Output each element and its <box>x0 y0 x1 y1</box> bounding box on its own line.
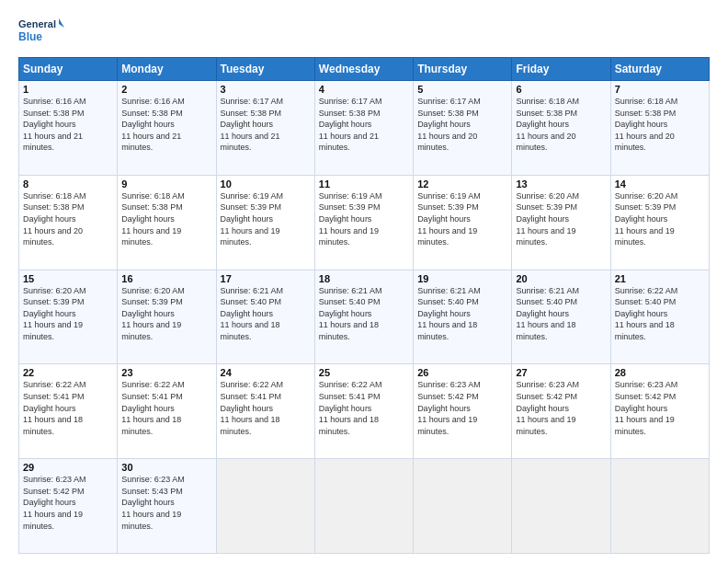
week-row-1: 1 Sunrise: 6:16 AMSunset: 5:38 PMDayligh… <box>19 81 710 176</box>
day-cell: 14 Sunrise: 6:20 AMSunset: 5:39 PMDaylig… <box>610 175 709 270</box>
day-number: 24 <box>221 367 311 378</box>
day-cell: 1 Sunrise: 6:16 AMSunset: 5:38 PMDayligh… <box>19 81 118 176</box>
day-info: Sunrise: 6:18 AMSunset: 5:38 PMDaylight … <box>121 191 185 247</box>
day-info: Sunrise: 6:23 AMSunset: 5:43 PMDaylight … <box>121 475 185 530</box>
day-info: Sunrise: 6:20 AMSunset: 5:39 PMDaylight … <box>516 191 579 247</box>
day-info: Sunrise: 6:20 AMSunset: 5:39 PMDaylight … <box>23 286 86 341</box>
header: General Blue <box>18 15 710 48</box>
day-info: Sunrise: 6:18 AMSunset: 5:38 PMDaylight … <box>516 97 579 152</box>
calendar-table: SundayMondayTuesdayWednesdayThursdayFrid… <box>18 57 710 554</box>
day-cell: 3 Sunrise: 6:17 AMSunset: 5:38 PMDayligh… <box>216 81 314 176</box>
day-info: Sunrise: 6:22 AMSunset: 5:41 PMDaylight … <box>23 380 86 435</box>
logo: General Blue <box>18 15 64 48</box>
day-cell <box>512 459 610 554</box>
week-row-4: 22 Sunrise: 6:22 AMSunset: 5:41 PMDaylig… <box>19 364 710 459</box>
day-number: 1 <box>23 84 113 95</box>
day-number: 26 <box>417 367 507 378</box>
day-info: Sunrise: 6:23 AMSunset: 5:42 PMDaylight … <box>23 475 86 530</box>
day-cell: 2 Sunrise: 6:16 AMSunset: 5:38 PMDayligh… <box>118 81 216 176</box>
day-number: 19 <box>417 273 507 284</box>
day-cell <box>610 459 709 554</box>
day-cell: 24 Sunrise: 6:22 AMSunset: 5:41 PMDaylig… <box>216 364 314 459</box>
day-cell: 25 Sunrise: 6:22 AMSunset: 5:41 PMDaylig… <box>314 364 413 459</box>
day-number: 9 <box>121 178 211 190</box>
day-info: Sunrise: 6:19 AMSunset: 5:39 PMDaylight … <box>319 191 382 247</box>
day-cell: 10 Sunrise: 6:19 AMSunset: 5:39 PMDaylig… <box>216 175 314 270</box>
day-number: 22 <box>23 367 113 378</box>
day-info: Sunrise: 6:17 AMSunset: 5:38 PMDaylight … <box>319 97 382 152</box>
day-cell <box>216 459 314 554</box>
weekday-header-sunday: Sunday <box>19 58 118 81</box>
day-info: Sunrise: 6:22 AMSunset: 5:40 PMDaylight … <box>615 286 678 341</box>
day-number: 30 <box>121 462 211 473</box>
day-number: 23 <box>121 367 211 378</box>
weekday-header-thursday: Thursday <box>414 58 512 81</box>
day-number: 4 <box>319 84 409 95</box>
day-number: 8 <box>23 178 113 190</box>
day-cell: 7 Sunrise: 6:18 AMSunset: 5:38 PMDayligh… <box>610 81 709 176</box>
day-number: 12 <box>417 178 507 190</box>
day-cell: 12 Sunrise: 6:19 AMSunset: 5:39 PMDaylig… <box>414 175 512 270</box>
day-cell: 13 Sunrise: 6:20 AMSunset: 5:39 PMDaylig… <box>512 175 610 270</box>
weekday-header-wednesday: Wednesday <box>314 58 413 81</box>
day-cell: 30 Sunrise: 6:23 AMSunset: 5:43 PMDaylig… <box>118 459 216 554</box>
weekday-header-tuesday: Tuesday <box>216 58 314 81</box>
day-number: 16 <box>121 273 211 284</box>
day-info: Sunrise: 6:17 AMSunset: 5:38 PMDaylight … <box>221 97 284 152</box>
day-cell: 27 Sunrise: 6:23 AMSunset: 5:42 PMDaylig… <box>512 364 610 459</box>
day-number: 7 <box>615 84 705 95</box>
day-info: Sunrise: 6:22 AMSunset: 5:41 PMDaylight … <box>221 380 284 435</box>
day-info: Sunrise: 6:22 AMSunset: 5:41 PMDaylight … <box>121 380 185 435</box>
day-number: 20 <box>516 273 606 284</box>
day-info: Sunrise: 6:19 AMSunset: 5:39 PMDaylight … <box>417 191 481 247</box>
svg-marker-2 <box>59 18 64 28</box>
day-number: 14 <box>615 178 705 190</box>
day-cell: 19 Sunrise: 6:21 AMSunset: 5:40 PMDaylig… <box>414 270 512 364</box>
day-info: Sunrise: 6:16 AMSunset: 5:38 PMDaylight … <box>121 97 185 152</box>
day-cell: 20 Sunrise: 6:21 AMSunset: 5:40 PMDaylig… <box>512 270 610 364</box>
day-number: 15 <box>23 273 113 284</box>
weekday-header-row: SundayMondayTuesdayWednesdayThursdayFrid… <box>19 58 710 81</box>
day-cell: 15 Sunrise: 6:20 AMSunset: 5:39 PMDaylig… <box>19 270 118 364</box>
day-info: Sunrise: 6:23 AMSunset: 5:42 PMDaylight … <box>615 380 678 435</box>
logo-svg: General Blue <box>18 15 64 48</box>
day-cell: 23 Sunrise: 6:22 AMSunset: 5:41 PMDaylig… <box>118 364 216 459</box>
day-info: Sunrise: 6:18 AMSunset: 5:38 PMDaylight … <box>615 97 678 152</box>
day-info: Sunrise: 6:23 AMSunset: 5:42 PMDaylight … <box>516 380 579 435</box>
day-cell: 29 Sunrise: 6:23 AMSunset: 5:42 PMDaylig… <box>19 459 118 554</box>
day-info: Sunrise: 6:21 AMSunset: 5:40 PMDaylight … <box>319 286 382 341</box>
day-number: 21 <box>615 273 705 284</box>
page: General Blue SundayMondayTuesdayWednesda… <box>0 0 728 563</box>
day-number: 11 <box>319 178 409 190</box>
day-number: 13 <box>516 178 606 190</box>
day-info: Sunrise: 6:20 AMSunset: 5:39 PMDaylight … <box>615 191 678 247</box>
day-info: Sunrise: 6:19 AMSunset: 5:39 PMDaylight … <box>221 191 284 247</box>
day-cell: 16 Sunrise: 6:20 AMSunset: 5:39 PMDaylig… <box>118 270 216 364</box>
weekday-header-saturday: Saturday <box>610 58 709 81</box>
day-number: 6 <box>516 84 606 95</box>
day-info: Sunrise: 6:17 AMSunset: 5:38 PMDaylight … <box>417 97 481 152</box>
day-cell: 5 Sunrise: 6:17 AMSunset: 5:38 PMDayligh… <box>414 81 512 176</box>
day-info: Sunrise: 6:18 AMSunset: 5:38 PMDaylight … <box>23 191 86 247</box>
day-cell: 4 Sunrise: 6:17 AMSunset: 5:38 PMDayligh… <box>314 81 413 176</box>
svg-text:General: General <box>18 18 56 29</box>
day-number: 10 <box>221 178 311 190</box>
day-info: Sunrise: 6:21 AMSunset: 5:40 PMDaylight … <box>221 286 284 341</box>
day-cell: 6 Sunrise: 6:18 AMSunset: 5:38 PMDayligh… <box>512 81 610 176</box>
day-cell: 9 Sunrise: 6:18 AMSunset: 5:38 PMDayligh… <box>118 175 216 270</box>
day-cell <box>414 459 512 554</box>
week-row-5: 29 Sunrise: 6:23 AMSunset: 5:42 PMDaylig… <box>19 459 710 554</box>
day-cell: 18 Sunrise: 6:21 AMSunset: 5:40 PMDaylig… <box>314 270 413 364</box>
day-cell: 28 Sunrise: 6:23 AMSunset: 5:42 PMDaylig… <box>610 364 709 459</box>
weekday-header-monday: Monday <box>118 58 216 81</box>
day-info: Sunrise: 6:20 AMSunset: 5:39 PMDaylight … <box>121 286 185 341</box>
week-row-2: 8 Sunrise: 6:18 AMSunset: 5:38 PMDayligh… <box>19 175 710 270</box>
day-cell: 11 Sunrise: 6:19 AMSunset: 5:39 PMDaylig… <box>314 175 413 270</box>
day-number: 25 <box>319 367 409 378</box>
day-cell: 17 Sunrise: 6:21 AMSunset: 5:40 PMDaylig… <box>216 270 314 364</box>
day-cell: 22 Sunrise: 6:22 AMSunset: 5:41 PMDaylig… <box>19 364 118 459</box>
day-number: 27 <box>516 367 606 378</box>
day-info: Sunrise: 6:23 AMSunset: 5:42 PMDaylight … <box>417 380 481 435</box>
day-number: 3 <box>221 84 311 95</box>
day-info: Sunrise: 6:22 AMSunset: 5:41 PMDaylight … <box>319 380 382 435</box>
